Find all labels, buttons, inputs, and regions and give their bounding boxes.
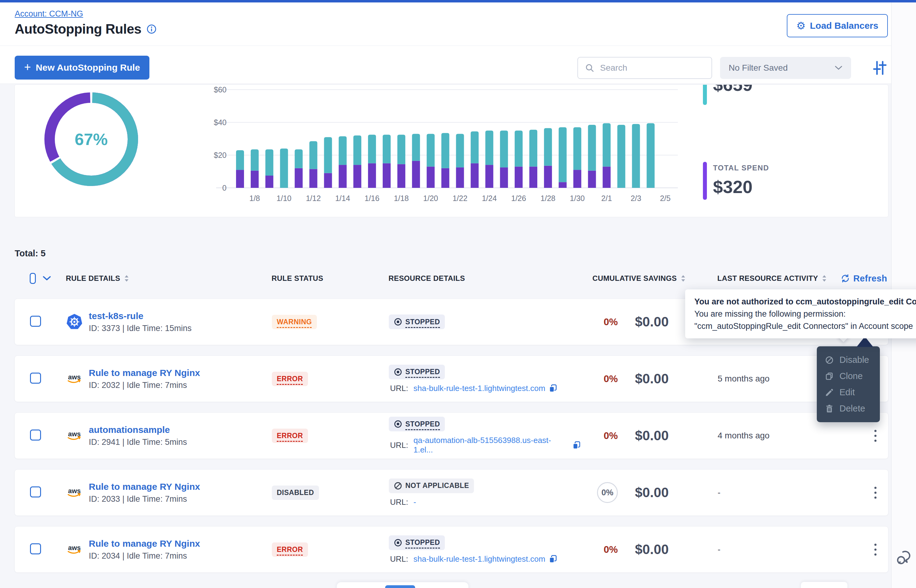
resource-url-link[interactable]: sha-bulk-rule-test-1.lightwingtest.com	[413, 384, 545, 393]
tooltip-line: You are missing the following permission…	[694, 308, 916, 320]
row-checkbox[interactable]	[30, 373, 41, 384]
search-box[interactable]	[578, 57, 712, 79]
rule-status-badge: WARNING	[272, 315, 317, 329]
savings-amount: $0.00	[618, 371, 707, 386]
savings-percent: 0%	[597, 482, 618, 503]
pagination-bar[interactable]	[337, 582, 468, 588]
column-header[interactable]: RESOURCE DETAILS	[379, 274, 581, 283]
account-breadcrumb-link[interactable]: Account: CCM-NG	[15, 9, 83, 19]
resource-state-badge: NOT APPLICABLE	[389, 478, 474, 493]
chart-bar	[500, 131, 508, 188]
copy-icon[interactable]	[548, 554, 557, 564]
kebab-menu-icon[interactable]	[869, 540, 881, 559]
tooltip-line: "ccm_autoStoppingRule_edit Connectors" i…	[694, 320, 916, 332]
saved-filter-value: No Filter Saved	[729, 63, 788, 73]
chart-bar	[353, 136, 361, 188]
chart-bar	[236, 150, 244, 188]
chevron-down-icon[interactable]	[42, 276, 51, 281]
svg-text:$40: $40	[214, 118, 227, 127]
rule-details-cell: aws Rule to manage RY Nginx ID: 2033 | I…	[52, 481, 254, 504]
table-row: aws Rule to manage RY Nginx ID: 2034 | I…	[15, 526, 888, 573]
resource-url: URL: qa-automation-alb-515563988.us-east…	[389, 436, 581, 455]
svg-text:1/10: 1/10	[277, 194, 291, 202]
context-menu-item-disable[interactable]: Disable	[817, 352, 880, 368]
context-menu-item-clone[interactable]: Clone	[817, 368, 880, 384]
rule-name-link[interactable]: Rule to manage RY Nginx	[89, 368, 200, 378]
new-autostopping-rule-button[interactable]: + New AutoStopping Rule	[15, 56, 149, 79]
resource-url-link[interactable]: -	[413, 498, 416, 507]
stopped-icon	[394, 318, 402, 326]
chat-icon[interactable]	[896, 549, 912, 566]
svg-text:1/8: 1/8	[249, 194, 260, 202]
page-title: AutoStopping Rules	[15, 21, 141, 37]
resource-url-link[interactable]: qa-automation-alb-515563988.us-east-1.el…	[413, 436, 569, 455]
pagination-active-page[interactable]	[385, 585, 415, 588]
chart-bar	[603, 123, 611, 188]
rule-status-badge: ERROR	[272, 372, 308, 386]
load-balancers-button[interactable]: ⚙ Load Balancers	[787, 14, 888, 37]
sort-icon[interactable]	[822, 275, 827, 282]
stopped-icon	[394, 538, 402, 547]
rule-name-link[interactable]: automationsample	[89, 425, 187, 435]
rule-name-link[interactable]: test-k8s-rule	[89, 311, 192, 321]
savings-percent: 0%	[604, 373, 618, 384]
select-all-checkbox[interactable]	[30, 273, 36, 284]
search-input[interactable]	[599, 63, 705, 73]
actions-toolbar: + New AutoStopping Rule No Filter Saved	[0, 46, 892, 84]
column-header[interactable]: RULE STATUS	[253, 274, 379, 283]
row-checkbox[interactable]	[30, 430, 41, 441]
column-header[interactable]: LAST RESOURCE ACTIVITY	[706, 274, 835, 283]
resource-url: URL: sha-bulk-rule-test-1.lightwingtest.…	[389, 384, 557, 393]
sort-icon[interactable]	[681, 275, 686, 282]
chart-bar	[573, 127, 581, 188]
svg-text:1/28: 1/28	[541, 194, 556, 202]
gear-icon: ⚙	[796, 21, 806, 31]
table-row: aws automationsample ID: 2941 | Idle Tim…	[15, 412, 888, 459]
row-checkbox[interactable]	[30, 486, 41, 498]
rule-name-link[interactable]: Rule to manage RY Nginx	[89, 538, 200, 549]
savings-amount: $0.00	[618, 542, 707, 557]
context-menu-item-edit[interactable]: Edit	[817, 384, 880, 401]
svg-text:1/18: 1/18	[394, 194, 409, 202]
copy-icon[interactable]	[572, 441, 581, 450]
header-select-cell	[15, 273, 51, 284]
chart-bar	[427, 134, 435, 188]
kebab-menu-icon[interactable]	[869, 426, 881, 445]
sort-icon[interactable]	[124, 275, 129, 282]
chart-bar	[309, 141, 317, 188]
total-spend-block: TOTAL SPEND $320	[703, 162, 769, 200]
row-checkbox[interactable]	[30, 543, 41, 554]
spend-accent-bar	[703, 162, 707, 200]
context-menu-item-delete[interactable]: Delete	[817, 401, 880, 417]
last-activity: 5 months ago	[707, 374, 835, 384]
row-checkbox[interactable]	[30, 316, 41, 327]
saved-filter-dropdown[interactable]: No Filter Saved	[720, 57, 851, 79]
chart-bar	[617, 125, 625, 188]
total-count-label: Total: 5	[15, 249, 45, 258]
chart-bar	[338, 136, 346, 188]
savings-amount: $0.00	[618, 485, 707, 500]
chart-bar	[383, 135, 391, 188]
copy-icon[interactable]	[548, 384, 557, 393]
rule-name-link[interactable]: Rule to manage RY Nginx	[89, 481, 200, 492]
svg-text:1/26: 1/26	[511, 194, 526, 202]
resource-state-badge: STOPPED	[389, 315, 445, 329]
table-row: aws Rule to manage RY Nginx ID: 2033 | I…	[15, 469, 888, 516]
svg-text:$20: $20	[214, 151, 227, 159]
column-header[interactable]: CUMULATIVE SAVINGS	[581, 274, 706, 283]
edit-icon	[825, 388, 834, 397]
filter-sliders-icon[interactable]	[871, 60, 887, 76]
rules-table-body: test-k8s-rule ID: 3373 | Idle Time: 15mi…	[15, 299, 888, 583]
refresh-button[interactable]: Refresh	[840, 273, 887, 284]
info-icon[interactable]	[146, 24, 157, 34]
chart-bar	[456, 134, 464, 188]
last-activity: -	[707, 488, 835, 498]
rule-meta: ID: 2034 | Idle Time: 7mins	[89, 551, 200, 561]
column-header[interactable]: RULE DETAILS	[51, 274, 253, 283]
rule-details-cell: test-k8s-rule ID: 3373 | Idle Time: 15mi…	[52, 311, 254, 333]
last-activity: -	[707, 544, 835, 554]
kebab-menu-icon[interactable]	[869, 483, 881, 502]
chart-bar	[588, 125, 596, 188]
resource-url-link[interactable]: sha-bulk-rule-test-1.lightwingtest.com	[413, 554, 545, 564]
svg-text:1/16: 1/16	[365, 194, 380, 202]
